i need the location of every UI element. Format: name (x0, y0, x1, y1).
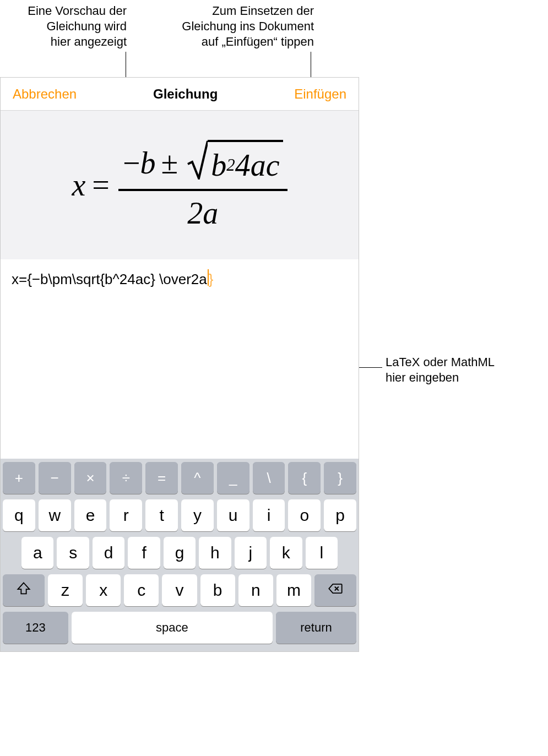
key-equals[interactable]: = (145, 462, 178, 494)
key-o[interactable]: o (288, 499, 321, 531)
radical-sign-icon (187, 140, 208, 187)
key-k[interactable]: k (270, 537, 302, 569)
key-lbrace[interactable]: { (288, 462, 321, 494)
key-y[interactable]: y (181, 499, 214, 531)
equation-editor-panel: Abbrechen Gleichung Einfügen x = − b ± b (0, 77, 359, 652)
eq-equals: = (92, 167, 110, 203)
row-spacer (341, 537, 356, 569)
callout-preview: Eine Vorschau der Gleichung wird hier an… (28, 3, 127, 50)
key-l[interactable]: l (306, 537, 338, 569)
latex-input-area[interactable]: x={−b\pm\sqrt{b^24ac} \over2a} (1, 259, 359, 459)
key-shift[interactable] (3, 574, 45, 606)
key-underscore[interactable]: _ (217, 462, 249, 494)
key-numbers[interactable]: 123 (3, 612, 68, 644)
callout-text: Gleichung ins Dokument (182, 19, 314, 33)
keyboard-row-4: 123 space return (3, 612, 356, 644)
callout-insert: Zum Einsetzen der Gleichung ins Dokument… (182, 3, 314, 50)
eq-4ac: 4ac (235, 148, 280, 183)
key-a[interactable]: a (21, 537, 53, 569)
eq-b: b (140, 145, 156, 181)
eq-fraction: − b ± b24ac 2a (118, 140, 287, 231)
key-g[interactable]: g (164, 537, 196, 569)
callout-latex: LaTeX oder MathML hier eingeben (386, 355, 495, 385)
key-h[interactable]: h (199, 537, 231, 569)
callout-text: Zum Einsetzen der (212, 4, 314, 18)
eq-radicand: b24ac (208, 140, 283, 187)
eq-lhs: x (72, 167, 85, 203)
key-z[interactable]: z (48, 574, 83, 606)
key-d[interactable]: d (93, 537, 124, 569)
cancel-button[interactable]: Abbrechen (13, 86, 77, 102)
key-x[interactable]: x (86, 574, 121, 606)
panel-title: Gleichung (153, 86, 218, 102)
key-f[interactable]: f (128, 537, 160, 569)
key-plus[interactable]: + (3, 462, 35, 494)
key-c[interactable]: c (124, 574, 159, 606)
key-t[interactable]: t (145, 499, 178, 531)
key-caret[interactable]: ^ (181, 462, 214, 494)
key-s[interactable]: s (57, 537, 89, 569)
keyboard-symbol-row: + − × ÷ = ^ _ \ { } (3, 462, 356, 494)
eq-numerator: − b ± b24ac (118, 140, 287, 189)
key-b[interactable]: b (200, 574, 235, 606)
equation-rendered: x = − b ± b24ac 2a (72, 140, 287, 231)
key-e[interactable]: e (74, 499, 107, 531)
shift-icon (16, 581, 31, 600)
key-r[interactable]: r (110, 499, 142, 531)
key-multiply[interactable]: × (74, 462, 107, 494)
latex-ghost-brace: } (209, 271, 214, 287)
key-v[interactable]: v (162, 574, 197, 606)
callout-text: LaTeX oder MathML (386, 355, 495, 369)
key-backslash[interactable]: \ (253, 462, 285, 494)
key-i[interactable]: i (253, 499, 285, 531)
callout-text: Gleichung wird (46, 19, 127, 33)
eq-sqrt: b24ac (187, 140, 283, 187)
latex-input-text: x={−b\pm\sqrt{b^24ac} \over2a (12, 271, 207, 287)
eq-pm: ± (161, 145, 178, 181)
key-return[interactable]: return (276, 612, 356, 644)
key-divide[interactable]: ÷ (110, 462, 142, 494)
eq-denominator: 2a (187, 191, 218, 231)
keyboard-row-3: z x c v b n m (3, 574, 356, 606)
key-u[interactable]: u (217, 499, 249, 531)
keyboard: + − × ÷ = ^ _ \ { } q w e r t y u i o p … (1, 459, 359, 651)
key-m[interactable]: m (276, 574, 311, 606)
equation-preview: x = − b ± b24ac 2a (1, 111, 359, 259)
key-w[interactable]: w (39, 499, 71, 531)
key-j[interactable]: j (235, 537, 267, 569)
callout-text: hier eingeben (386, 371, 459, 384)
row-spacer (3, 537, 18, 569)
callout-text: Eine Vorschau der (28, 4, 127, 18)
key-space[interactable]: space (72, 612, 273, 644)
navbar: Abbrechen Gleichung Einfügen (1, 78, 359, 111)
backspace-icon (328, 581, 343, 600)
key-minus[interactable]: − (39, 462, 71, 494)
eq-minus: − (123, 145, 140, 181)
insert-button[interactable]: Einfügen (294, 86, 346, 102)
key-rbrace[interactable]: } (324, 462, 356, 494)
callout-text: hier angezeigt (51, 35, 127, 48)
key-p[interactable]: p (324, 499, 356, 531)
key-n[interactable]: n (238, 574, 273, 606)
key-q[interactable]: q (3, 499, 35, 531)
key-backspace[interactable] (314, 574, 356, 606)
callout-text: auf „Einfügen“ tippen (202, 35, 314, 48)
eq-b2: b (211, 148, 226, 183)
keyboard-row-1: q w e r t y u i o p (3, 499, 356, 531)
keyboard-row-2: a s d f g h j k l (3, 537, 356, 569)
